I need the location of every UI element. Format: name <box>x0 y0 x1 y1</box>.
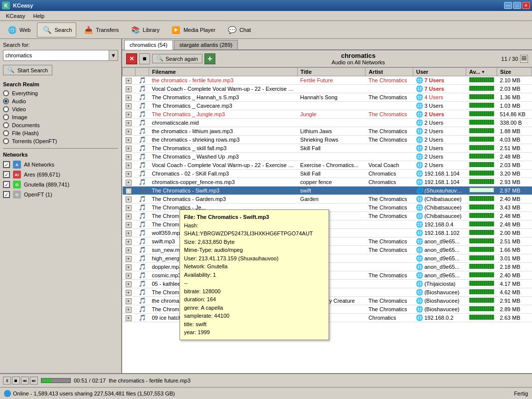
realm-image[interactable]: Image <box>3 114 118 120</box>
table-row[interactable]: + 🎵 The Chromatics _ Hannah_s S.mp3 Hann… <box>123 93 532 102</box>
user-cell[interactable]: 🌐2 Users <box>413 144 466 153</box>
network-all[interactable]: ✓ A All Networks <box>3 161 118 169</box>
expand-cell[interactable]: + <box>123 85 136 93</box>
expand-cell[interactable]: + <box>123 237 136 246</box>
expand-button[interactable]: + <box>126 163 132 169</box>
filename-cell[interactable]: The Chromatics _ Hannah_s S.mp3 <box>149 93 298 102</box>
transfers-button[interactable]: 📥 Transfers <box>78 22 123 37</box>
expand-button[interactable]: + <box>126 78 132 84</box>
realm-everything-radio[interactable] <box>3 90 9 96</box>
expand-button[interactable]: + <box>126 222 132 228</box>
expand-cell[interactable]: + <box>123 220 136 229</box>
add-button[interactable]: + <box>204 53 215 64</box>
expand-button[interactable]: + <box>126 213 132 219</box>
expand-cell[interactable]: + <box>123 127 136 136</box>
network-gnutella[interactable]: ✓ G Gnutella (889,741) <box>3 181 118 189</box>
expand-cell[interactable]: + <box>123 93 136 102</box>
search-input[interactable] <box>3 50 109 61</box>
filename-cell[interactable]: Vocal Coach - Complete Vocal Warm-up - 2… <box>149 85 298 93</box>
user-cell[interactable]: 🌐(Thijaiciosta) <box>413 280 466 288</box>
stop-button[interactable]: ⏹ <box>139 53 150 64</box>
col-filename[interactable]: Filename <box>149 68 298 76</box>
expand-cell[interactable]: + <box>123 314 136 322</box>
expand-cell[interactable]: + <box>123 136 136 144</box>
user-cell[interactable]: 🌐anon_d9e65... <box>413 237 466 246</box>
filename-cell[interactable]: Chromatics - 02 - SKill Fall.mp3 <box>149 170 298 178</box>
expand-button[interactable]: + <box>126 146 132 152</box>
maximize-button[interactable]: □ <box>513 2 521 9</box>
table-row[interactable]: + 🎵 Vocal Coach - Complete Vocal Warm-up… <box>123 161 532 170</box>
tab-chromatics[interactable]: chromatics (54) <box>124 40 173 50</box>
expand-button[interactable]: + <box>126 112 132 118</box>
expand-button[interactable]: + <box>126 264 132 270</box>
user-cell[interactable]: 🌐anon_d9e65... <box>413 271 466 280</box>
network-gnutella-checkbox[interactable]: ✓ <box>3 181 10 188</box>
expand-cell[interactable]: + <box>123 178 136 187</box>
filename-cell[interactable]: The Chromatics _ skill fall.mp3 <box>149 144 298 153</box>
table-row[interactable]: + 🎵 The Chromatics _ Washed Up .mp3 🌐2 U… <box>123 153 532 161</box>
expand-button[interactable]: + <box>126 298 132 304</box>
filename-cell[interactable]: The Chromatics - Garden.mp3 <box>149 195 298 203</box>
expand-cell[interactable]: + <box>123 161 136 170</box>
view-toggle-button[interactable] <box>520 55 528 63</box>
expand-button[interactable]: + <box>126 197 132 202</box>
expand-cell[interactable]: + <box>123 288 136 297</box>
col-title[interactable]: Title <box>297 68 365 76</box>
expand-cell[interactable]: + <box>123 305 136 314</box>
expand-cell[interactable]: + <box>123 153 136 161</box>
expand-cell[interactable]: + <box>123 76 136 85</box>
close-button[interactable]: ✕ <box>522 2 530 9</box>
realm-documents-radio[interactable] <box>3 122 9 128</box>
user-cell[interactable]: 🌐4 Users <box>413 93 466 102</box>
next-button[interactable]: ⏭ <box>30 377 38 385</box>
realm-audio[interactable]: Audio <box>3 98 118 104</box>
expand-cell[interactable]: + <box>123 229 136 237</box>
table-row[interactable]: + 🎵 chromatics-copper_fence-ms.mp3 coppe… <box>123 178 532 187</box>
expand-button[interactable]: + <box>126 137 132 143</box>
chat-button[interactable]: 💬 Chat <box>222 22 255 37</box>
expand-button[interactable]: + <box>126 230 132 236</box>
realm-video[interactable]: Video <box>3 106 118 112</box>
user-cell[interactable]: 🌐3 Users <box>413 102 466 110</box>
search-button[interactable]: 🔍 Search <box>37 22 76 37</box>
user-cell[interactable]: 🌐anon_d9e65... <box>413 254 466 263</box>
filename-cell[interactable]: the chromatics - shrieking rows.mp3 <box>149 136 298 144</box>
realm-video-radio[interactable] <box>3 106 9 112</box>
filename-cell[interactable]: the chromatics - lithium jaws.mp3 <box>149 127 298 136</box>
expand-button[interactable]: + <box>126 95 132 101</box>
minimize-button[interactable]: — <box>504 2 512 9</box>
filename-cell[interactable]: The Chromatics - Swift.mp3 <box>149 187 298 195</box>
user-cell[interactable]: 🌐192.168.1.104 <box>413 178 466 187</box>
expand-cell[interactable]: + <box>123 195 136 203</box>
expand-cell[interactable]: + <box>123 246 136 254</box>
user-cell[interactable]: 🌐2 Users <box>413 161 466 170</box>
realm-torrents-radio[interactable] <box>3 138 9 144</box>
expand-button[interactable]: + <box>126 239 132 245</box>
user-cell[interactable]: 🌐2 Users <box>413 136 466 144</box>
table-row[interactable]: + 🎵 The Chromatics - Garden.mp3 Garden T… <box>123 195 532 203</box>
network-openft-checkbox[interactable]: ✓ <box>3 191 10 198</box>
user-cell[interactable]: 🌐(Bioshavucee) <box>413 305 466 314</box>
expand-button[interactable]: + <box>126 171 132 177</box>
table-row[interactable]: + 🎵 the chromatics - lithium jaws.mp3 Li… <box>123 127 532 136</box>
realm-everything[interactable]: Everything <box>3 90 118 96</box>
network-openft[interactable]: ✓ O OpenFT (1) <box>3 191 118 199</box>
web-button[interactable]: 🌐 Web <box>2 22 35 37</box>
filename-cell[interactable]: The Chromatics _ Jungle.mp3 <box>149 110 298 119</box>
col-availability[interactable]: Av... ▼ <box>466 68 497 76</box>
user-cell[interactable]: 🌐192.168.1.102 <box>413 229 466 237</box>
user-cell[interactable]: 🌐2 Users <box>413 110 466 119</box>
expand-cell[interactable]: + <box>123 212 136 220</box>
expand-cell[interactable]: + <box>123 254 136 263</box>
expand-cell[interactable]: + <box>123 280 136 288</box>
expand-cell[interactable]: + <box>123 187 136 195</box>
realm-image-radio[interactable] <box>3 114 9 120</box>
expand-button[interactable]: + <box>126 188 132 194</box>
user-cell[interactable]: 🌐192.168.0.2 <box>413 314 466 322</box>
network-ares-checkbox[interactable]: ✓ <box>3 171 10 178</box>
user-cell[interactable]: 🌐7 Users <box>413 76 466 85</box>
expand-cell[interactable]: + <box>123 170 136 178</box>
filename-cell[interactable]: The Chromatics _ Cavecare.mp3 <box>149 102 298 110</box>
start-search-button[interactable]: 🔍 Start Search <box>3 65 52 75</box>
col-icon[interactable] <box>136 68 149 76</box>
